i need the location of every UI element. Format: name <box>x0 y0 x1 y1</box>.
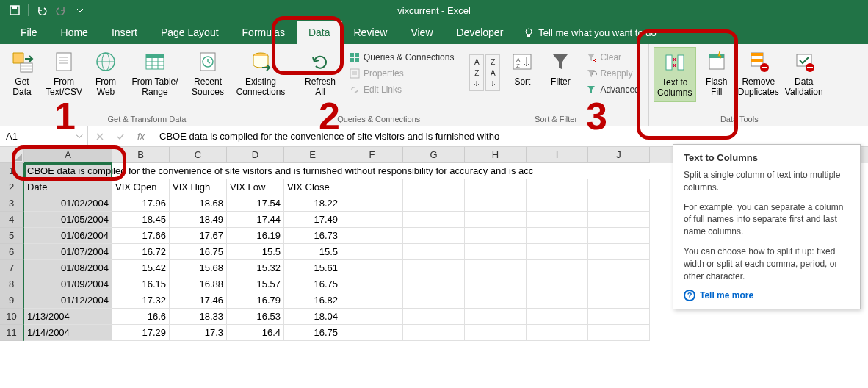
cell[interactable] <box>341 212 403 228</box>
cell[interactable]: 18.45 <box>112 212 170 228</box>
refresh-all-button[interactable]: Refresh All <box>299 47 341 101</box>
cell[interactable] <box>527 292 588 309</box>
col-header-F[interactable]: F <box>341 147 403 163</box>
cell[interactable] <box>588 228 650 244</box>
cell[interactable]: 01/02/2004 <box>24 195 112 212</box>
cell[interactable] <box>403 309 465 325</box>
row-header[interactable]: 6 <box>0 244 24 260</box>
cell[interactable]: 16.75 <box>170 244 227 260</box>
cell[interactable]: 17.29 <box>112 325 170 341</box>
remove-duplicates-button[interactable]: Remove Duplicates <box>737 47 780 101</box>
col-header-J[interactable]: J <box>588 147 650 163</box>
text-to-columns-button[interactable]: Text to Columns <box>654 47 696 102</box>
tab-view[interactable]: View <box>399 21 444 44</box>
cancel-formula-icon[interactable] <box>93 129 107 144</box>
row-header[interactable]: 1 <box>0 163 24 179</box>
cell[interactable]: 01/05/2004 <box>24 212 112 228</box>
qat-customize-icon[interactable] <box>71 1 89 19</box>
cell[interactable] <box>403 179 465 195</box>
cell[interactable] <box>527 228 588 244</box>
cell[interactable]: 17.67 <box>170 228 227 244</box>
col-header-C[interactable]: C <box>170 147 227 163</box>
cell[interactable] <box>465 309 527 325</box>
row-header[interactable]: 4 <box>0 212 24 228</box>
cell[interactable]: 17.96 <box>112 195 170 212</box>
cell[interactable] <box>341 228 403 244</box>
col-header-B[interactable]: B <box>112 147 170 163</box>
cell[interactable]: 01/07/2004 <box>24 244 112 260</box>
cell[interactable]: 01/12/2004 <box>24 292 112 309</box>
cell[interactable]: 16.4 <box>227 325 284 341</box>
cell[interactable]: 17.3 <box>170 325 227 341</box>
cell[interactable] <box>403 325 465 341</box>
cell[interactable]: 17.44 <box>227 212 284 228</box>
cell[interactable]: 15.57 <box>227 276 284 292</box>
row-header[interactable]: 7 <box>0 260 24 276</box>
cell[interactable]: 18.04 <box>284 309 341 325</box>
col-header-A[interactable]: A <box>24 147 112 163</box>
tab-insert[interactable]: Insert <box>100 21 149 44</box>
cell[interactable]: 17.49 <box>284 212 341 228</box>
cell[interactable] <box>341 244 403 260</box>
cell[interactable]: 17.66 <box>112 228 170 244</box>
formula-input[interactable]: CBOE data is compiled for the convenienc… <box>153 126 868 146</box>
cell[interactable] <box>341 276 403 292</box>
cell[interactable] <box>527 244 588 260</box>
cell[interactable]: VIX Open <box>112 179 170 195</box>
data-validation-button[interactable]: Data Validation <box>783 47 825 101</box>
cell[interactable]: 17.46 <box>170 292 227 309</box>
cell[interactable] <box>588 195 650 212</box>
cell[interactable]: 01/09/2004 <box>24 276 112 292</box>
sort-za-button[interactable]: ZA <box>485 54 500 91</box>
tab-home[interactable]: Home <box>49 21 100 44</box>
from-table-range-button[interactable]: From Table/ Range <box>126 47 184 101</box>
cell[interactable] <box>341 179 403 195</box>
cell[interactable] <box>465 276 527 292</box>
clear-filter-button[interactable]: Clear <box>582 50 642 65</box>
cell[interactable] <box>465 179 527 195</box>
row-header[interactable]: 11 <box>0 325 24 341</box>
row-header[interactable]: 8 <box>0 276 24 292</box>
col-header-G[interactable]: G <box>403 147 465 163</box>
cell[interactable] <box>527 195 588 212</box>
cell[interactable]: 18.49 <box>170 212 227 228</box>
cell[interactable] <box>403 292 465 309</box>
cell[interactable] <box>403 195 465 212</box>
cell[interactable] <box>588 292 650 309</box>
cell[interactable]: 01/08/2004 <box>24 260 112 276</box>
cell[interactable]: VIX Close <box>284 179 341 195</box>
name-box[interactable] <box>0 126 88 146</box>
cell[interactable]: 17.54 <box>227 195 284 212</box>
filter-button[interactable]: Filter <box>543 47 578 90</box>
cell[interactable] <box>341 309 403 325</box>
cell[interactable]: 16.82 <box>284 292 341 309</box>
reapply-button[interactable]: Reapply <box>582 66 642 81</box>
cell[interactable]: 16.53 <box>227 309 284 325</box>
cell[interactable] <box>465 292 527 309</box>
cell[interactable]: 15.68 <box>170 260 227 276</box>
cells[interactable]: CBOE data is compiled for the convenienc… <box>24 163 650 341</box>
select-all-button[interactable] <box>0 147 24 163</box>
queries-connections-button[interactable]: Queries & Connections <box>346 50 457 65</box>
cell[interactable] <box>588 309 650 325</box>
flash-fill-button[interactable]: Flash Fill <box>699 47 734 101</box>
cell[interactable] <box>588 276 650 292</box>
cell[interactable] <box>341 195 403 212</box>
cell[interactable]: 16.75 <box>284 325 341 341</box>
cell[interactable]: 15.5 <box>227 244 284 260</box>
name-box-dropdown-icon[interactable] <box>76 131 83 142</box>
cell[interactable]: 15.32 <box>227 260 284 276</box>
cell[interactable] <box>403 212 465 228</box>
recent-sources-button[interactable]: Recent Sources <box>187 47 229 101</box>
row-header[interactable]: 2 <box>0 179 24 195</box>
col-header-D[interactable]: D <box>227 147 284 163</box>
cell[interactable]: 16.6 <box>112 309 170 325</box>
cell[interactable] <box>588 260 650 276</box>
cell[interactable] <box>341 260 403 276</box>
cell[interactable]: 1/13/2004 <box>24 309 112 325</box>
cell[interactable] <box>527 260 588 276</box>
cell[interactable] <box>527 309 588 325</box>
cell[interactable] <box>341 325 403 341</box>
cell[interactable] <box>588 212 650 228</box>
cell[interactable]: 16.88 <box>170 276 227 292</box>
